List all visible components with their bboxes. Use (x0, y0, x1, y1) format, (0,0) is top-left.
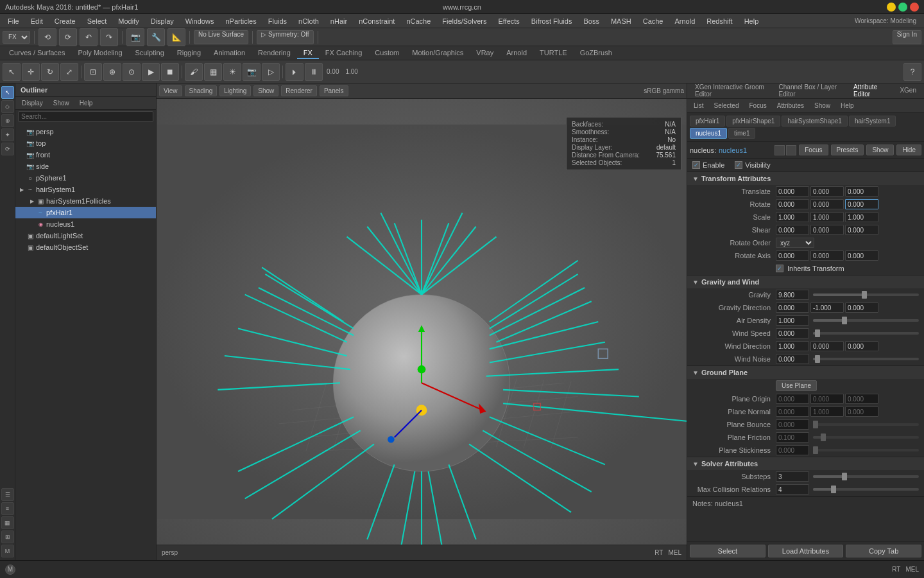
transform-section-header[interactable]: ▼ Transform Attributes (687, 172, 924, 185)
menu-help[interactable]: Help (739, 16, 764, 26)
gravity-slider[interactable] (813, 293, 919, 296)
mode-dropdown[interactable]: FX (3, 31, 30, 44)
left-icon-4[interactable]: ✦ (1, 128, 14, 141)
scale-x-input[interactable] (776, 212, 809, 222)
left-icon-9[interactable]: ⊞ (1, 530, 14, 543)
solver-section-header[interactable]: ▼ Solver Attributes (687, 457, 924, 470)
plane-origin-y-input[interactable] (810, 394, 844, 404)
gravity-input[interactable] (776, 290, 809, 300)
tree-item-defaultlightset[interactable]: ▣ defaultLightSet (15, 230, 156, 241)
outliner-tab-help[interactable]: Help (76, 98, 97, 108)
load-attrs-footer-btn[interactable]: Load Attributes (768, 545, 844, 557)
menu-edit[interactable]: Edit (26, 16, 48, 26)
tab-fx[interactable]: FX (297, 48, 319, 59)
tree-item-top[interactable]: 📷 top (15, 137, 156, 149)
vp-menu-show[interactable]: Show (253, 85, 278, 96)
tab-animation[interactable]: Animation (207, 48, 252, 59)
shear-z-input[interactable] (845, 225, 878, 235)
attr-tab-xgen2[interactable]: XGen (894, 85, 921, 96)
attr-tab-attribute[interactable]: Attribute Editor (848, 83, 893, 100)
max-collision-input[interactable] (776, 484, 809, 495)
menu-ncache[interactable]: nCache (401, 16, 436, 26)
toolbar-icon-5[interactable]: 📷 (126, 28, 144, 46)
rotate-y-input[interactable] (810, 199, 844, 209)
left-icon-8[interactable]: ▦ (1, 516, 14, 529)
scale-y-input[interactable] (810, 212, 844, 222)
rotate-tool-icon[interactable]: ↻ (41, 63, 59, 81)
attr-subtab-help[interactable]: Help (837, 101, 858, 110)
enable-checkbox[interactable]: ✓ (692, 161, 700, 169)
tab-poly[interactable]: Poly Modeling (71, 48, 128, 59)
snap-icon-2[interactable]: ⊕ (103, 63, 121, 81)
rotate-order-dropdown[interactable]: xyz (776, 238, 814, 248)
move-tool-icon[interactable]: ✛ (22, 63, 40, 81)
attr-subtab-show[interactable]: Show (810, 101, 834, 110)
tab-rendering[interactable]: Rendering (252, 48, 297, 59)
rotate-x-input[interactable] (776, 199, 809, 209)
visibility-checkbox[interactable]: ✓ (735, 161, 742, 169)
toolbar-icon-6[interactable]: 🔧 (147, 28, 165, 46)
plane-bounce-slider[interactable] (813, 423, 919, 426)
toolbar-icon-3[interactable]: ↶ (80, 28, 98, 46)
node-tab-hairsystemshape1[interactable]: hairSystemShape1 (782, 116, 848, 127)
use-plane-button[interactable]: Use Plane (776, 380, 817, 391)
translate-x-input[interactable] (776, 186, 809, 197)
tree-item-follicles[interactable]: ▶ ▣ hairSystem1Follicles (15, 195, 156, 207)
anim-icon[interactable]: ▷ (262, 63, 280, 81)
vp-menu-shading[interactable]: Shading (185, 85, 218, 96)
scale-tool-icon[interactable]: ⤢ (60, 63, 78, 81)
substeps-input[interactable] (776, 471, 809, 482)
menu-arnold[interactable]: Arnold (669, 16, 700, 26)
wind-noise-slider[interactable] (813, 358, 919, 360)
toolbar-icon-1[interactable]: ⟲ (38, 28, 56, 46)
render-icon-2[interactable]: ⏹ (161, 63, 179, 81)
copy-tab-footer-btn[interactable]: Copy Tab (846, 545, 921, 557)
nucleus-icon-2[interactable] (786, 145, 796, 155)
menu-nhair[interactable]: nHair (325, 16, 352, 26)
tree-item-defaultobjectset[interactable]: ▣ defaultObjectSet (15, 241, 156, 253)
snap-icon-3[interactable]: ⊙ (123, 63, 141, 81)
wind-speed-slider[interactable] (813, 332, 919, 335)
attr-subtab-focus[interactable]: Focus (745, 101, 770, 110)
symmetry-btn[interactable]: ▷ Symmetry: Off (257, 30, 314, 44)
plane-normal-z-input[interactable] (845, 407, 878, 417)
menu-fluids[interactable]: Fluids (263, 16, 292, 26)
node-tab-time1[interactable]: time1 (728, 128, 755, 139)
tree-item-psphere1[interactable]: ○ pSphere1 (15, 172, 156, 184)
mesh-icon[interactable]: ▦ (204, 63, 222, 81)
left-icon-select[interactable]: ↖ (1, 86, 14, 99)
tab-rigging[interactable]: Rigging (171, 48, 207, 59)
node-tab-nucleus1[interactable]: nucleus1 (690, 128, 727, 139)
tree-item-front[interactable]: 📷 front (15, 149, 156, 161)
attr-tab-xgen[interactable]: XGen Interactive Groom Editor (690, 83, 773, 100)
toolbar-icon-7[interactable]: 📐 (167, 28, 185, 46)
tree-item-pfxhair1[interactable]: ~ pfxHair1 (15, 207, 156, 218)
left-icon-10[interactable]: M (1, 545, 14, 557)
tab-vray[interactable]: VRay (470, 48, 500, 59)
ground-plane-section-header[interactable]: ▼ Ground Plane (687, 366, 924, 379)
left-icon-3[interactable]: ⊕ (1, 114, 14, 127)
menu-redshift[interactable]: Redshift (701, 16, 737, 26)
menu-bifrost[interactable]: Bifrost Fluids (526, 16, 578, 26)
menu-windows[interactable]: Windows (180, 16, 219, 26)
translate-z-input[interactable] (845, 186, 878, 197)
render-icon-1[interactable]: ▶ (142, 63, 160, 81)
node-tab-hairsystem1[interactable]: hairSystem1 (849, 116, 896, 127)
outliner-tab-display[interactable]: Display (18, 98, 47, 108)
light-icon[interactable]: ☀ (223, 63, 241, 81)
air-density-input[interactable] (776, 315, 809, 326)
tree-item-side[interactable]: 📷 side (15, 161, 156, 172)
menu-select[interactable]: Select (82, 16, 112, 26)
translate-y-input[interactable] (810, 186, 844, 197)
plane-origin-z-input[interactable] (845, 394, 878, 404)
shear-x-input[interactable] (776, 225, 809, 235)
rotate-axis-z-input[interactable] (845, 250, 878, 261)
attr-tab-channel[interactable]: Channel Box / Layer Editor (774, 83, 847, 100)
left-icon-7[interactable]: ≡ (1, 502, 14, 515)
viewport-canvas[interactable]: Backfaces: N/A Smoothness: N/A Instance:… (157, 99, 687, 545)
menu-nconstraint[interactable]: nConstraint (354, 16, 400, 26)
tree-item-nucleus1[interactable]: ◉ nucleus1 (15, 218, 156, 230)
menu-nparticles[interactable]: nParticles (220, 16, 261, 26)
play-icon[interactable]: ⏵ (286, 63, 304, 81)
wind-dir-z-input[interactable] (845, 341, 878, 351)
